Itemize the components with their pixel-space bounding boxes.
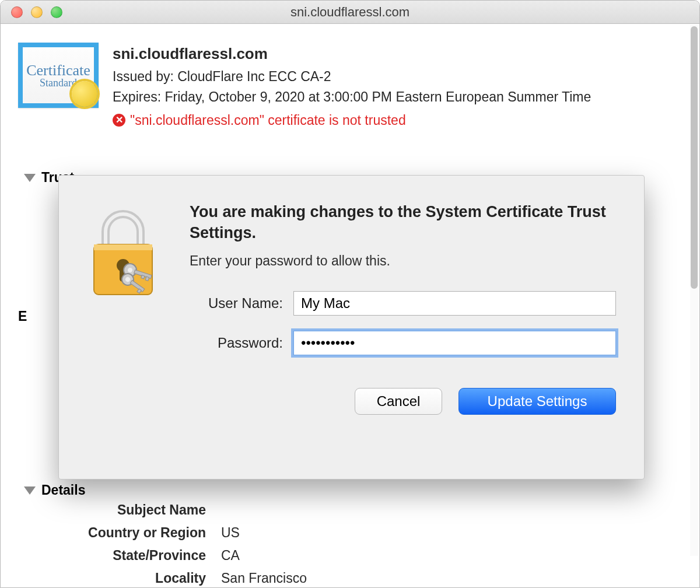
auth-dialog-buttons: Cancel Update Settings bbox=[190, 388, 616, 415]
issued-by-line: Issued by: CloudFlare Inc ECC CA-2 bbox=[113, 66, 662, 87]
locality-value: San Francisco bbox=[221, 570, 307, 586]
update-settings-button[interactable]: Update Settings bbox=[459, 388, 616, 415]
detail-row-state: State/Province CA bbox=[13, 544, 676, 567]
svg-rect-1 bbox=[94, 244, 152, 250]
state-label: State/Province bbox=[13, 548, 206, 564]
auth-dialog: You are making changes to the System Cer… bbox=[58, 175, 645, 480]
disclosure-triangle-icon bbox=[24, 487, 36, 495]
auth-dialog-title: You are making changes to the System Cer… bbox=[190, 201, 616, 244]
expires-value: Friday, October 9, 2020 at 3:00:00 PM Ea… bbox=[164, 89, 591, 104]
password-field[interactable] bbox=[293, 331, 616, 355]
window-title: sni.cloudflaressl.com bbox=[1, 5, 699, 20]
country-label: Country or Region bbox=[13, 525, 206, 541]
trust-warning-text: "sni.cloudflaressl.com" certificate is n… bbox=[130, 110, 406, 131]
details-body: Subject Name Country or Region US State/… bbox=[13, 496, 676, 588]
subject-name-heading: Subject Name bbox=[13, 499, 676, 522]
expires-label: Expires: bbox=[113, 89, 161, 104]
auth-dialog-subtitle: Enter your password to allow this. bbox=[190, 253, 616, 269]
issued-by-label: Issued by: bbox=[113, 69, 174, 84]
certificate-icon-text2: Standard bbox=[40, 77, 77, 89]
left-truncated-label: E bbox=[18, 309, 27, 324]
certificate-window: sni.cloudflaressl.com Certificate Standa… bbox=[0, 0, 700, 588]
certificate-name: sni.cloudflaressl.com bbox=[113, 43, 662, 65]
lock-icon bbox=[87, 206, 159, 299]
seal-icon bbox=[72, 81, 97, 107]
auth-dialog-body: You are making changes to the System Cer… bbox=[190, 201, 616, 457]
auth-form: User Name: Password: bbox=[190, 291, 616, 355]
locality-label: Locality bbox=[13, 570, 206, 586]
issued-by-value: CloudFlare Inc ECC CA-2 bbox=[177, 69, 331, 84]
cancel-button[interactable]: Cancel bbox=[355, 388, 442, 415]
trust-warning: ✕ "sni.cloudflaressl.com" certificate is… bbox=[113, 110, 662, 131]
username-label: User Name: bbox=[190, 295, 283, 312]
error-badge-icon: ✕ bbox=[113, 114, 125, 127]
certificate-icon: Certificate Standard bbox=[18, 43, 99, 108]
subject-name-label: Subject Name bbox=[13, 502, 206, 518]
expires-line: Expires: Friday, October 9, 2020 at 3:00… bbox=[113, 87, 662, 107]
detail-row-locality: Locality San Francisco bbox=[13, 567, 676, 588]
detail-row-country: Country or Region US bbox=[13, 522, 676, 544]
details-section-label: Details bbox=[41, 482, 85, 498]
disclosure-triangle-icon bbox=[24, 174, 36, 182]
username-field[interactable] bbox=[293, 291, 616, 316]
titlebar: sni.cloudflaressl.com bbox=[1, 1, 699, 24]
password-label: Password: bbox=[190, 335, 283, 351]
country-value: US bbox=[221, 525, 240, 541]
svg-rect-8 bbox=[141, 275, 145, 279]
state-value: CA bbox=[221, 548, 240, 564]
lock-icon-column bbox=[87, 201, 166, 457]
svg-rect-7 bbox=[145, 276, 149, 281]
